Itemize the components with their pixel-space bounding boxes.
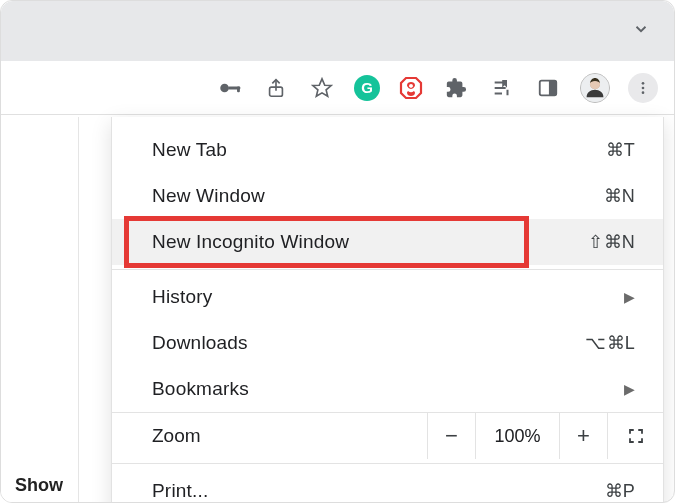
menu-label: Print... [152,480,209,502]
menu-label: Downloads [152,332,248,354]
menu-separator [112,269,663,270]
show-text-fragment: Show [15,475,63,496]
password-key-icon[interactable] [216,74,244,102]
menu-label: New Incognito Window [152,231,349,253]
menu-label: New Tab [152,139,227,161]
svg-point-17 [642,91,645,94]
more-menu-button[interactable] [628,73,658,103]
menu-item-new-incognito-window[interactable]: New Incognito Window ⇧⌘N [112,219,663,265]
profile-avatar[interactable] [580,73,610,103]
zoom-out-button[interactable]: − [427,413,475,459]
fullscreen-button[interactable] [607,413,663,459]
extension-adblock-icon[interactable] [398,75,424,101]
menu-shortcut: ⌘T [606,139,635,161]
reading-list-icon[interactable] [488,74,516,102]
tab-strip [1,1,674,61]
menu-item-downloads[interactable]: Downloads ⌥⌘L [112,320,663,366]
chrome-main-menu: New Tab ⌘T New Window ⌘N New Incognito W… [111,117,664,503]
extension-grammarly-icon[interactable]: G [354,75,380,101]
submenu-arrow-icon: ▶ [624,289,635,305]
chevron-down-icon[interactable] [632,20,650,42]
menu-item-history[interactable]: History ▶ [112,274,663,320]
menu-shortcut: ⇧⌘N [588,231,635,253]
extensions-puzzle-icon[interactable] [442,74,470,102]
zoom-label: Zoom [112,413,427,459]
svg-point-15 [642,82,645,85]
svg-rect-11 [549,80,556,95]
menu-item-print[interactable]: Print... ⌘P [112,468,663,503]
menu-separator [112,463,663,464]
svg-point-16 [642,86,645,89]
bookmark-star-icon[interactable] [308,74,336,102]
zoom-in-button[interactable]: + [559,413,607,459]
submenu-arrow-icon: ▶ [624,381,635,397]
side-panel-icon[interactable] [534,74,562,102]
menu-shortcut: ⌥⌘L [585,332,635,354]
menu-item-new-tab[interactable]: New Tab ⌘T [112,127,663,173]
svg-marker-4 [313,78,331,95]
menu-item-bookmarks[interactable]: Bookmarks ▶ [112,366,663,412]
menu-label: New Window [152,185,265,207]
menu-shortcut: ⌘N [604,185,635,207]
grammarly-glyph: G [361,79,373,96]
menu-shortcut: ⌘P [605,480,635,502]
svg-rect-2 [237,86,240,92]
share-icon[interactable] [262,74,290,102]
svg-point-0 [220,83,229,92]
menu-item-new-window[interactable]: New Window ⌘N [112,173,663,219]
menu-label: Bookmarks [152,378,249,400]
menu-label: History [152,286,213,308]
zoom-value: 100% [475,413,559,459]
left-page-partial: Show [1,117,79,502]
menu-item-zoom: Zoom − 100% + [112,412,663,459]
toolbar: G [1,61,674,115]
